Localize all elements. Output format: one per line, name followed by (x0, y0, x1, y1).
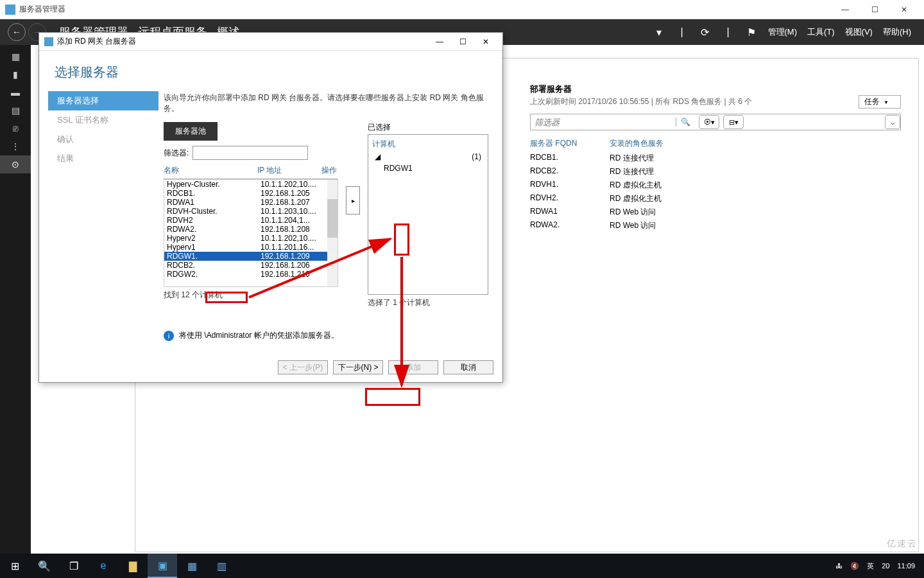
table-row[interactable]: RDCB1.RD 连接代理 (530, 152, 901, 165)
rail-item-2[interactable]: ▬ (0, 83, 31, 101)
maximize-button[interactable]: ☐ (860, 0, 889, 19)
pool-filter-input[interactable] (193, 146, 308, 160)
taskbar-explorer[interactable]: ▇ (118, 554, 148, 578)
tray-net-icon[interactable]: 🖧 (835, 562, 843, 570)
minimize-button[interactable]: — (830, 0, 860, 19)
credential-info: i 将使用 \Administrator 帐户的凭据添加服务器。 (164, 330, 488, 341)
rail-item-0[interactable]: ▦ (0, 48, 31, 66)
step-server-select[interactable]: 服务器选择 (48, 91, 158, 110)
back-button[interactable]: ← (8, 23, 26, 41)
table-row[interactable]: RDWA1RD Web 访问 (530, 206, 901, 219)
wizard-desc: 该向导允许你向部署中添加 RD 网关 台服务器。请选择要在哪些服务器上安装 RD… (164, 92, 488, 114)
col-op[interactable]: 操作 (321, 165, 338, 176)
pool-row[interactable]: RDWA1192.168.1.207 (164, 198, 338, 207)
dialog-minimize[interactable]: — (428, 33, 451, 51)
add-button: 添加 (388, 360, 438, 374)
pool-row[interactable]: RDWA2.192.168.1.208 (164, 225, 338, 234)
dialog-icon (44, 37, 53, 46)
table-row[interactable]: RDWA2.RD Web 访问 (530, 219, 901, 232)
credential-text: 将使用 \Administrator 帐户的凭据添加服务器。 (179, 330, 339, 341)
pool-row[interactable]: Hyperv110.1.1.201,16... (164, 243, 338, 252)
rail-item-6[interactable]: ⊙ (0, 155, 31, 173)
pool-row[interactable]: RDVH-Cluster.10.1.1.203,10.... (164, 207, 338, 216)
col-ip[interactable]: IP 地址 (257, 165, 321, 176)
annotation-box-arrow (394, 223, 409, 256)
rail-item-3[interactable]: ▤ (0, 101, 31, 119)
step-confirm[interactable]: 确认 (48, 130, 158, 149)
next-button[interactable]: 下一步(N) > (333, 360, 383, 374)
pool-row[interactable]: Hyperv210.1.1.202,10.... (164, 234, 338, 243)
pool-row[interactable]: Hyperv-Cluster.10.1.1.202,10.... (164, 180, 338, 189)
taskbar-app-1[interactable]: ▦ (177, 554, 207, 578)
taskview-button[interactable]: ❐ (59, 554, 89, 578)
filter-bar: 🔍 ⦿▾ ⊟▾ ⌵ (530, 114, 901, 130)
selected-computer[interactable]: RDGW1 (371, 162, 485, 174)
wizard-steps: 服务器选择 SSL 证书名称 确认 结果 (48, 87, 158, 346)
watermark: 亿速云 (887, 538, 918, 550)
dialog-close[interactable]: ✕ (474, 33, 497, 51)
deploy-servers-panel: 部署服务器 上次刷新时间 2017/10/26 10:56:55 | 所有 RD… (530, 83, 901, 232)
rail-item-4[interactable]: ⎚ (0, 119, 31, 137)
menu-manage[interactable]: 管理(M) (768, 26, 798, 38)
col-fqdn[interactable]: 服务器 FQDN (530, 138, 610, 149)
wizard-dialog: 添加 RD 网关 台服务器 — ☐ ✕ 选择服务器 服务器选择 SSL 证书名称… (38, 32, 503, 383)
dropdown-icon[interactable]: ▾ (651, 26, 667, 39)
search-icon[interactable]: 🔍 (676, 118, 695, 127)
pool-row[interactable]: RDGW2.192.168.1.210 (164, 270, 338, 279)
selected-list[interactable]: 计算机 ◢(1) RDGW1 (368, 134, 488, 295)
annotation-box-rdgw1 (205, 292, 248, 303)
scrollbar[interactable] (327, 180, 338, 286)
view-pill-2[interactable]: ⊟▾ (723, 115, 744, 129)
refresh-icon[interactable]: ⟳ (697, 26, 713, 39)
pool-row[interactable]: RDCB2.192.168.1.206 (164, 261, 338, 270)
table-row[interactable]: RDVH1.RD 虚拟化主机 (530, 179, 901, 192)
separator: | (721, 26, 736, 38)
window-title: 服务器管理器 (19, 4, 830, 15)
flag-icon[interactable]: ⚑ (744, 26, 759, 39)
taskbar-search[interactable]: 🔍 (30, 554, 59, 578)
table-row[interactable]: RDCB2.RD 连接代理 (530, 165, 901, 179)
step-ssl[interactable]: SSL 证书名称 (48, 110, 158, 130)
info-icon: i (164, 331, 174, 341)
panel-subtitle: 上次刷新时间 2017/10/26 10:56:55 | 所有 RDS 角色服务… (530, 96, 901, 107)
col-name[interactable]: 名称 (164, 165, 257, 176)
tray-time[interactable]: 11:09 (897, 562, 915, 570)
tasks-dropdown[interactable]: 任务 (859, 95, 901, 109)
rail-item-5[interactable]: ⋮ (0, 137, 31, 155)
close-button[interactable]: ✕ (889, 0, 919, 19)
taskbar-server-manager[interactable]: ▣ (148, 554, 177, 578)
found-count: 找到 12 个计算机 (164, 290, 338, 301)
annotation-box-next (365, 388, 420, 406)
pool-row[interactable]: RDGW1.192.168.1.209 (164, 252, 338, 261)
rail-item-1[interactable]: ▮ (0, 66, 31, 83)
pool-row[interactable]: RDCB1.192.168.1.205 (164, 189, 338, 198)
prev-button: < 上一步(P) (278, 360, 328, 374)
tree-toggle[interactable]: ◢ (375, 152, 381, 161)
step-result[interactable]: 结果 (48, 149, 158, 168)
taskbar: ⊞ 🔍 ❐ e ▇ ▣ ▦ ▥ 🖧 🔇 英 20 11:09 (0, 554, 924, 578)
cancel-button[interactable]: 取消 (443, 360, 493, 374)
pool-row[interactable]: RDVH210.1.1.204,1... (164, 216, 338, 225)
taskbar-ie[interactable]: e (89, 554, 118, 578)
tray-date[interactable]: 20 (882, 562, 889, 570)
filter-input[interactable] (531, 114, 676, 130)
dialog-maximize[interactable]: ☐ (451, 33, 474, 51)
menu-help[interactable]: 帮助(H) (883, 26, 911, 38)
table-row[interactable]: RDVH2.RD 虚拟化主机 (530, 192, 901, 206)
system-tray[interactable]: 🖧 🔇 英 20 11:09 (832, 561, 924, 571)
tray-volume-icon[interactable]: 🔇 (850, 562, 859, 570)
taskbar-app-2[interactable]: ▥ (207, 554, 236, 578)
server-table: 服务器 FQDN 安装的角色服务 RDCB1.RD 连接代理RDCB2.RD 连… (530, 136, 901, 232)
tray-ime[interactable]: 英 (867, 561, 874, 571)
tab-server-pool[interactable]: 服务器池 (164, 122, 218, 141)
server-pool-list[interactable]: Hyperv-Cluster.10.1.1.202,10....RDCB1.19… (164, 179, 338, 287)
menu-view[interactable]: 视图(V) (845, 26, 873, 38)
add-arrow-button[interactable]: ▸ (346, 186, 360, 215)
start-button[interactable]: ⊞ (0, 554, 30, 578)
col-role[interactable]: 安装的角色服务 (610, 138, 663, 149)
selected-footer: 选择了 1 个计算机 (368, 297, 488, 308)
menu-tools[interactable]: 工具(T) (807, 26, 835, 38)
dialog-title: 添加 RD 网关 台服务器 (57, 36, 428, 47)
view-pill-1[interactable]: ⦿▾ (699, 115, 719, 129)
expand-icon[interactable]: ⌵ (885, 115, 900, 129)
